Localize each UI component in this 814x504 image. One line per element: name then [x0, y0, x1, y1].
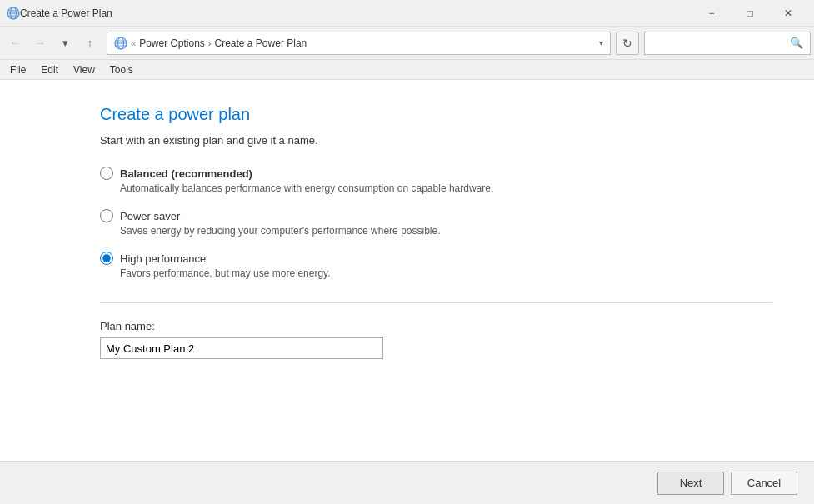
app-icon: [7, 7, 20, 20]
radio-label-highperformance[interactable]: High performance: [120, 252, 206, 265]
address-dropdown-icon: ▾: [599, 38, 603, 47]
radio-balanced[interactable]: [100, 167, 113, 180]
divider: [100, 302, 772, 303]
radio-label-row-powersaver: Power saver: [100, 209, 772, 222]
next-button[interactable]: Next: [657, 472, 724, 495]
forward-button[interactable]: →: [28, 32, 52, 55]
address-bar: ← → ▾ ↑ « Power Options › Create a Power…: [0, 27, 814, 60]
recent-locations-button[interactable]: ▾: [53, 32, 77, 55]
radio-desc-highperformance: Favors performance, but may use more ene…: [120, 267, 772, 279]
radio-powersaver[interactable]: [100, 209, 113, 222]
close-button[interactable]: ✕: [769, 0, 807, 27]
minimize-button[interactable]: −: [692, 0, 731, 27]
breadcrumb-current: Create a Power Plan: [215, 37, 307, 49]
radio-highperformance[interactable]: [100, 252, 113, 265]
content-area: Create a power plan Start with an existi…: [0, 80, 814, 504]
footer: Next Cancel: [0, 461, 814, 504]
breadcrumb-parent: Power Options: [139, 37, 205, 49]
radio-label-balanced[interactable]: Balanced (recommended): [120, 167, 252, 180]
search-input[interactable]: [652, 37, 785, 49]
title-bar: Create a Power Plan − □ ✕: [0, 0, 814, 27]
refresh-button[interactable]: ↻: [616, 32, 639, 55]
radio-option-balanced: Balanced (recommended) Automatically bal…: [100, 167, 772, 194]
radio-desc-powersaver: Saves energy by reducing your computer's…: [120, 225, 772, 237]
plan-name-section: Plan name:: [100, 320, 772, 359]
radio-desc-balanced: Automatically balances performance with …: [120, 182, 772, 194]
plan-name-input[interactable]: [100, 337, 383, 359]
plan-name-label: Plan name:: [100, 320, 772, 332]
radio-option-highperformance: High performance Favors performance, but…: [100, 252, 772, 279]
menu-view[interactable]: View: [67, 62, 102, 77]
radio-label-row-balanced: Balanced (recommended): [100, 167, 772, 180]
address-icon: [114, 37, 127, 50]
main-content: Create a power plan Start with an existi…: [0, 80, 814, 461]
search-box[interactable]: 🔍: [644, 32, 811, 55]
svg-point-5: [7, 7, 19, 19]
radio-option-powersaver: Power saver Saves energy by reducing you…: [100, 209, 772, 237]
maximize-button[interactable]: □: [731, 0, 769, 27]
title-bar-controls: − □ ✕: [692, 0, 807, 27]
page-subtitle: Start with an existing plan and give it …: [100, 134, 772, 147]
menu-file[interactable]: File: [3, 62, 32, 77]
search-icon: 🔍: [790, 37, 803, 49]
radio-label-powersaver[interactable]: Power saver: [120, 210, 180, 222]
radio-group: Balanced (recommended) Automatically bal…: [100, 167, 772, 279]
radio-label-row-highperformance: High performance: [100, 252, 772, 265]
page-title: Create a power plan: [100, 105, 772, 124]
address-box[interactable]: « Power Options › Create a Power Plan ▾: [107, 32, 611, 55]
breadcrumb-arrow: ›: [208, 38, 212, 48]
menu-edit[interactable]: Edit: [34, 62, 65, 77]
back-button[interactable]: ←: [3, 32, 27, 55]
title-bar-text: Create a Power Plan: [20, 7, 692, 19]
up-button[interactable]: ↑: [78, 32, 102, 55]
cancel-button[interactable]: Cancel: [731, 472, 797, 495]
breadcrumb-separator: «: [131, 38, 136, 48]
menu-bar: File Edit View Tools: [0, 60, 814, 80]
menu-tools[interactable]: Tools: [103, 62, 140, 77]
